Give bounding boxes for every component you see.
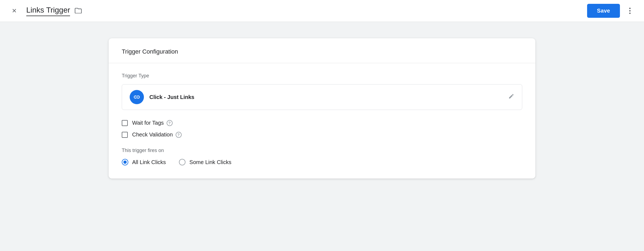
- header-left: ✕ Links Trigger: [9, 5, 82, 16]
- radio-row-all-link-clicks[interactable]: All Link Clicks: [122, 159, 166, 165]
- all-link-clicks-label[interactable]: All Link Clicks: [132, 159, 166, 165]
- header: ✕ Links Trigger Save: [0, 0, 644, 22]
- close-icon: ✕: [12, 7, 17, 14]
- some-link-clicks-label[interactable]: Some Link Clicks: [189, 159, 231, 165]
- check-validation-checkbox[interactable]: [122, 132, 128, 138]
- close-button[interactable]: ✕: [9, 5, 20, 16]
- trigger-type-left: Click - Just Links: [130, 90, 195, 104]
- card-header: Trigger Configuration: [109, 38, 535, 63]
- card-title: Trigger Configuration: [122, 48, 522, 55]
- main-content: Trigger Configuration Trigger Type Click…: [0, 22, 644, 251]
- save-button[interactable]: Save: [587, 4, 620, 18]
- checkbox-row-check-validation: Check Validation ?: [122, 132, 522, 138]
- check-validation-label[interactable]: Check Validation ?: [132, 132, 182, 138]
- trigger-type-label: Trigger Type: [122, 73, 522, 79]
- more-icon: [629, 8, 631, 14]
- wait-for-tags-checkbox[interactable]: [122, 120, 128, 126]
- some-link-clicks-radio[interactable]: [179, 159, 185, 165]
- trigger-type-name: Click - Just Links: [149, 94, 195, 100]
- card-body: Trigger Type Click - Just Links: [109, 63, 535, 179]
- trigger-type-selector[interactable]: Click - Just Links: [122, 84, 522, 110]
- radio-group: All Link Clicks Some Link Clicks: [122, 159, 522, 165]
- config-card: Trigger Configuration Trigger Type Click…: [109, 38, 535, 179]
- page-title: Links Trigger: [26, 6, 70, 16]
- folder-icon[interactable]: [74, 7, 82, 15]
- checkbox-row-wait-for-tags: Wait for Tags ?: [122, 120, 522, 126]
- radio-row-some-link-clicks[interactable]: Some Link Clicks: [179, 159, 231, 165]
- all-link-clicks-radio[interactable]: [122, 159, 128, 165]
- title-area: Links Trigger: [26, 6, 82, 16]
- more-options-button[interactable]: [624, 5, 635, 16]
- edit-icon[interactable]: [508, 93, 514, 101]
- trigger-icon-circle: [130, 90, 144, 104]
- fires-on-label: This trigger fires on: [122, 148, 522, 153]
- header-right: Save: [587, 4, 635, 18]
- checkbox-group: Wait for Tags ? Check Validation ?: [122, 120, 522, 138]
- wait-for-tags-label[interactable]: Wait for Tags ?: [132, 120, 173, 126]
- check-validation-help-icon[interactable]: ?: [176, 132, 182, 138]
- wait-for-tags-help-icon[interactable]: ?: [167, 120, 173, 126]
